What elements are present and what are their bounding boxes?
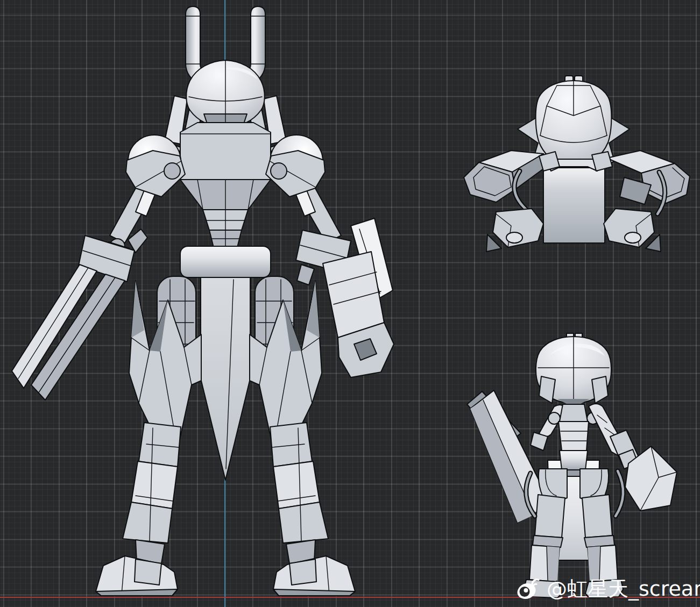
top-hammer-right — [592, 151, 690, 204]
back-helmet — [536, 333, 611, 408]
watermark-text: @虹星天_scream — [547, 579, 700, 599]
back-view-model[interactable] — [467, 333, 677, 598]
front-loincloth[interactable] — [201, 277, 250, 480]
front-helmet[interactable] — [186, 60, 265, 127]
front-fork-blade-weapon[interactable] — [12, 229, 147, 400]
model-scene — [0, 0, 700, 607]
front-view-model[interactable] — [12, 6, 394, 596]
viewport-canvas[interactable]: @虹星天_scream — [0, 0, 700, 607]
top-chest-plate — [543, 168, 605, 243]
front-chest-armor[interactable] — [180, 123, 271, 247]
top-view-model[interactable] — [464, 76, 690, 252]
weibo-icon — [515, 576, 542, 601]
watermark: @虹星天_scream — [515, 576, 700, 601]
front-belt[interactable] — [180, 246, 271, 277]
